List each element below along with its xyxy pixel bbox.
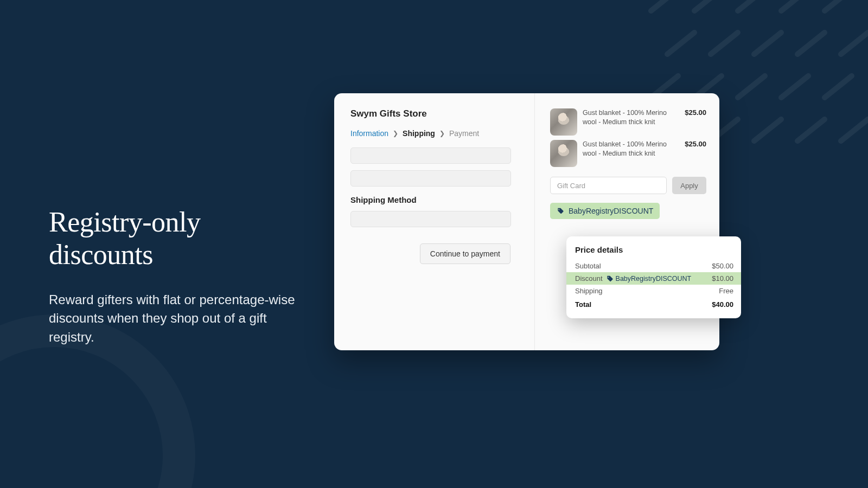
breadcrumb: Information ❯ Shipping ❯ Payment bbox=[350, 129, 518, 138]
svg-line-19 bbox=[841, 119, 868, 141]
total-row: Total $40.00 bbox=[575, 298, 733, 311]
svg-line-17 bbox=[754, 119, 781, 141]
checkout-card: Swym Gifts Store Information ❯ Shipping … bbox=[334, 93, 719, 350]
shipping-label: Shipping bbox=[575, 287, 603, 295]
subtotal-row: Subtotal $50.00 bbox=[575, 260, 733, 272]
shipping-method-label: Shipping Method bbox=[350, 195, 518, 204]
discount-value: $10.00 bbox=[712, 274, 733, 282]
tag-icon bbox=[557, 207, 564, 215]
contact-input[interactable] bbox=[350, 147, 511, 164]
subtotal-value: $50.00 bbox=[712, 262, 733, 270]
checkout-form-panel: Swym Gifts Store Information ❯ Shipping … bbox=[334, 93, 535, 350]
product-thumbnail bbox=[550, 108, 577, 136]
discount-row: Discount BabyRegistryDISCOUNT $10.00 bbox=[566, 272, 741, 285]
breadcrumb-payment: Payment bbox=[449, 129, 479, 138]
product-name: Gust blanket - 100% Merino wool - Medium… bbox=[583, 140, 679, 167]
hero-title: Registry-only discounts bbox=[49, 206, 315, 271]
hero-title-line1: Registry-only bbox=[49, 207, 200, 237]
product-price: $25.00 bbox=[685, 108, 706, 136]
hero-subtitle: Reward gifters with flat or percentage-w… bbox=[49, 291, 315, 347]
breadcrumb-information[interactable]: Information bbox=[350, 129, 388, 138]
shipping-value: Free bbox=[719, 287, 733, 295]
discount-chip-label: BabyRegistryDISCOUNT bbox=[569, 207, 653, 215]
svg-line-0 bbox=[651, 0, 678, 11]
address-input[interactable] bbox=[350, 170, 511, 187]
store-name: Swym Gifts Store bbox=[350, 108, 518, 119]
tag-icon bbox=[606, 275, 614, 282]
applied-discount-chip[interactable]: BabyRegistryDISCOUNT bbox=[550, 203, 660, 219]
price-details-title: Price details bbox=[575, 245, 733, 254]
discount-label: Discount bbox=[575, 274, 603, 282]
apply-button[interactable]: Apply bbox=[672, 177, 706, 194]
total-label: Total bbox=[575, 300, 591, 309]
svg-line-4 bbox=[825, 0, 852, 11]
product-price: $25.00 bbox=[685, 140, 706, 167]
svg-line-7 bbox=[754, 33, 781, 54]
total-value: $40.00 bbox=[712, 300, 733, 309]
chevron-right-icon: ❯ bbox=[439, 130, 445, 137]
product-name: Gust blanket - 100% Merino wool - Medium… bbox=[583, 108, 679, 136]
svg-line-13 bbox=[781, 76, 808, 98]
subtotal-label: Subtotal bbox=[575, 262, 601, 270]
shipping-row: Shipping Free bbox=[575, 285, 733, 297]
product-thumbnail bbox=[550, 140, 577, 167]
gift-card-input[interactable] bbox=[550, 177, 667, 194]
chevron-right-icon: ❯ bbox=[393, 130, 398, 137]
svg-line-6 bbox=[711, 33, 738, 54]
svg-line-12 bbox=[738, 76, 765, 98]
svg-line-5 bbox=[667, 33, 694, 54]
price-details-popover: Price details Subtotal $50.00 Discount B… bbox=[566, 236, 741, 318]
svg-line-9 bbox=[841, 33, 868, 54]
svg-line-18 bbox=[797, 119, 825, 141]
cart-item: Gust blanket - 100% Merino wool - Medium… bbox=[550, 140, 706, 167]
breadcrumb-shipping: Shipping bbox=[403, 129, 435, 138]
shipping-method-input[interactable] bbox=[350, 211, 511, 227]
svg-line-8 bbox=[797, 33, 825, 54]
svg-line-14 bbox=[825, 76, 852, 98]
continue-to-payment-button[interactable]: Continue to payment bbox=[420, 243, 510, 264]
discount-code: BabyRegistryDISCOUNT bbox=[616, 275, 692, 282]
svg-line-3 bbox=[781, 0, 808, 11]
hero-title-line2: discounts bbox=[49, 239, 153, 270]
svg-line-1 bbox=[694, 0, 722, 11]
cart-item: Gust blanket - 100% Merino wool - Medium… bbox=[550, 108, 706, 136]
svg-line-2 bbox=[738, 0, 765, 11]
hero-panel: Registry-only discounts Reward gifters w… bbox=[49, 206, 315, 347]
gift-card-row: Apply bbox=[550, 177, 706, 194]
